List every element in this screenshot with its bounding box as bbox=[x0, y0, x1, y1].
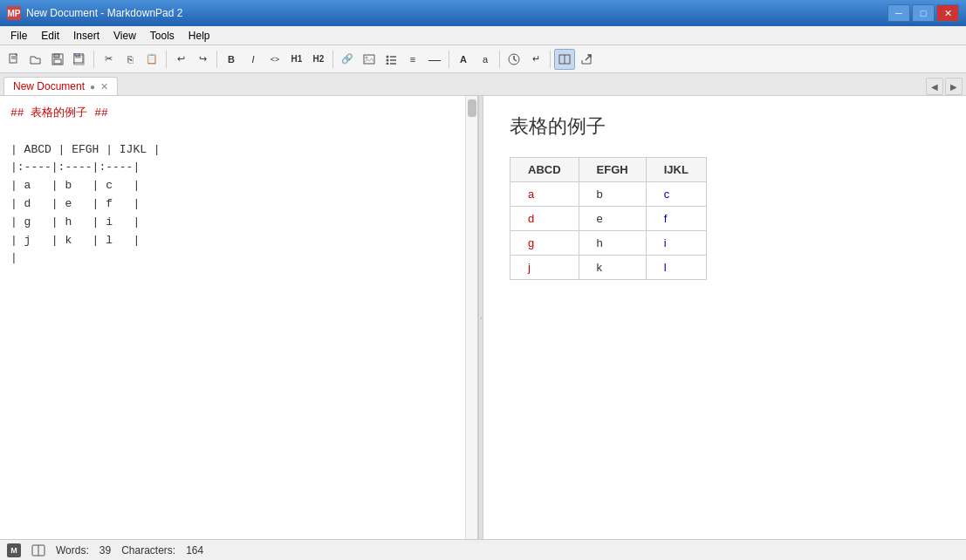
svg-rect-10 bbox=[364, 55, 374, 64]
table-header-2: IJKL bbox=[646, 158, 706, 182]
editor-line-4: | d | e | f | bbox=[10, 197, 140, 210]
menu-help[interactable]: Help bbox=[182, 26, 217, 44]
save-all-button[interactable] bbox=[69, 49, 90, 70]
status-bar: M Words: 39 Characters: 164 bbox=[0, 539, 966, 560]
table-cell-0-2: c bbox=[646, 182, 706, 207]
svg-point-11 bbox=[366, 56, 368, 58]
hr-button[interactable]: — bbox=[424, 49, 445, 70]
svg-rect-5 bbox=[54, 59, 61, 64]
table-cell-3-0: j bbox=[510, 256, 579, 280]
maximize-button[interactable]: □ bbox=[912, 4, 935, 22]
tab-nav-arrows: ◀ ▶ bbox=[926, 78, 963, 95]
window-controls: ─ □ ✕ bbox=[887, 4, 959, 22]
table-cell-1-0: d bbox=[510, 207, 579, 231]
cut-button[interactable]: ✂ bbox=[98, 49, 119, 70]
h1-button[interactable]: H1 bbox=[286, 49, 307, 70]
menu-view[interactable]: View bbox=[106, 26, 143, 44]
book-icon[interactable] bbox=[31, 543, 45, 557]
svg-line-20 bbox=[514, 59, 517, 61]
table-row: j k l bbox=[510, 256, 707, 280]
main-area: ## 表格的例子 ## | ABCD | EFGH | IJKL | |:---… bbox=[0, 96, 966, 539]
table-header-0: ABCD bbox=[510, 158, 579, 182]
svg-point-14 bbox=[387, 62, 389, 65]
editor-heading-line: ## 表格的例子 ## bbox=[10, 106, 108, 120]
open-button[interactable] bbox=[25, 49, 46, 70]
undo-button[interactable]: ↩ bbox=[170, 49, 191, 70]
redo-button[interactable]: ↪ bbox=[192, 49, 213, 70]
editor-line-5: | g | h | i | bbox=[10, 215, 140, 229]
tab-new-document[interactable]: New Document ● ✕ bbox=[3, 77, 118, 95]
tab-label: New Document bbox=[13, 80, 85, 92]
editor-pane: ## 表格的例子 ## | ABCD | EFGH | IJKL | |:---… bbox=[0, 96, 478, 539]
save-button[interactable] bbox=[47, 49, 68, 70]
editor-cursor: | bbox=[10, 251, 17, 264]
preview-title: 表格的例子 bbox=[510, 113, 940, 140]
export-button[interactable] bbox=[576, 49, 597, 70]
table-cell-1-1: e bbox=[579, 207, 646, 231]
title-bar: MP New Document - MarkdownPad 2 ─ □ ✕ bbox=[0, 0, 966, 26]
ul-button[interactable] bbox=[380, 49, 401, 70]
svg-rect-9 bbox=[75, 53, 79, 56]
editor-textarea[interactable]: ## 表格的例子 ## | ABCD | EFGH | IJKL | |:---… bbox=[0, 96, 465, 539]
svg-rect-4 bbox=[54, 54, 59, 58]
code-button[interactable]: <> bbox=[264, 49, 285, 70]
lowercase-button[interactable]: a bbox=[475, 49, 496, 70]
tab-bar: New Document ● ✕ ◀ ▶ bbox=[0, 73, 966, 96]
editor-scroll-thumb[interactable] bbox=[468, 99, 476, 117]
menu-tools[interactable]: Tools bbox=[143, 26, 182, 44]
link-button[interactable]: 🔗 bbox=[337, 49, 358, 70]
close-button[interactable]: ✕ bbox=[936, 4, 959, 22]
minimize-button[interactable]: ─ bbox=[887, 4, 910, 22]
preview-table: ABCD EFGH IJKL a b c d e f g h bbox=[510, 157, 707, 280]
svg-point-13 bbox=[387, 58, 389, 61]
bold-button[interactable]: B bbox=[221, 49, 242, 70]
tab-next-button[interactable]: ▶ bbox=[945, 78, 963, 95]
editor-line-6: | j | k | l | bbox=[10, 234, 140, 247]
tab-close-button[interactable]: ✕ bbox=[100, 81, 108, 92]
table-cell-1-2: f bbox=[646, 207, 706, 231]
table-header-1: EFGH bbox=[579, 158, 646, 182]
words-label: Words: bbox=[56, 544, 89, 557]
new-button[interactable] bbox=[3, 49, 24, 70]
chars-count: 164 bbox=[186, 544, 203, 557]
table-row: d e f bbox=[510, 207, 707, 231]
svg-point-12 bbox=[387, 55, 389, 58]
menu-insert[interactable]: Insert bbox=[66, 26, 106, 44]
editor-scrollbar[interactable] bbox=[465, 96, 477, 539]
italic-button[interactable]: I bbox=[243, 49, 264, 70]
table-row: a b c bbox=[510, 182, 707, 207]
editor-line-2: |:----|:----|:----| bbox=[10, 160, 140, 174]
ol-button[interactable]: ≡ bbox=[402, 49, 423, 70]
menu-file[interactable]: File bbox=[3, 26, 34, 44]
table-row: g h i bbox=[510, 231, 707, 256]
copy-button[interactable]: ⎘ bbox=[120, 49, 140, 70]
markdown-mode-icon[interactable]: M bbox=[7, 543, 21, 557]
table-cell-2-2: i bbox=[646, 231, 706, 256]
words-count: 39 bbox=[99, 544, 111, 557]
menu-bar: File Edit Insert View Tools Help bbox=[0, 26, 966, 45]
editor-line-1: | ABCD | EFGH | IJKL | bbox=[10, 143, 161, 156]
preview-pane: 表格的例子 ABCD EFGH IJKL a b c d e f bbox=[483, 96, 966, 539]
table-cell-3-2: l bbox=[646, 256, 706, 280]
menu-edit[interactable]: Edit bbox=[34, 26, 66, 44]
tab-prev-button[interactable]: ◀ bbox=[926, 78, 943, 95]
editor-line-3: | a | b | c | bbox=[10, 179, 140, 192]
paste-button[interactable]: 📋 bbox=[141, 49, 162, 70]
uppercase-button[interactable]: A bbox=[453, 49, 474, 70]
chars-label: Characters: bbox=[121, 544, 175, 557]
table-cell-0-1: b bbox=[579, 182, 646, 207]
special-char-button[interactable]: ↵ bbox=[525, 49, 546, 70]
h2-button[interactable]: H2 bbox=[308, 49, 329, 70]
table-cell-2-0: g bbox=[510, 231, 579, 256]
table-cell-2-1: h bbox=[579, 231, 646, 256]
toolbar: ✂ ⎘ 📋 ↩ ↪ B I <> H1 H2 🔗 ≡ — A a ↵ bbox=[0, 45, 966, 73]
window-title: New Document - MarkdownPad 2 bbox=[26, 7, 887, 19]
table-cell-3-1: k bbox=[579, 256, 646, 280]
table-cell-0-0: a bbox=[510, 182, 579, 207]
image-button[interactable] bbox=[359, 49, 380, 70]
tab-modified-indicator: ● bbox=[90, 82, 95, 92]
preview-toggle-button[interactable] bbox=[554, 49, 575, 70]
app-icon: MP bbox=[7, 6, 21, 20]
svg-line-23 bbox=[586, 55, 591, 60]
timestamp-button[interactable] bbox=[504, 49, 524, 70]
